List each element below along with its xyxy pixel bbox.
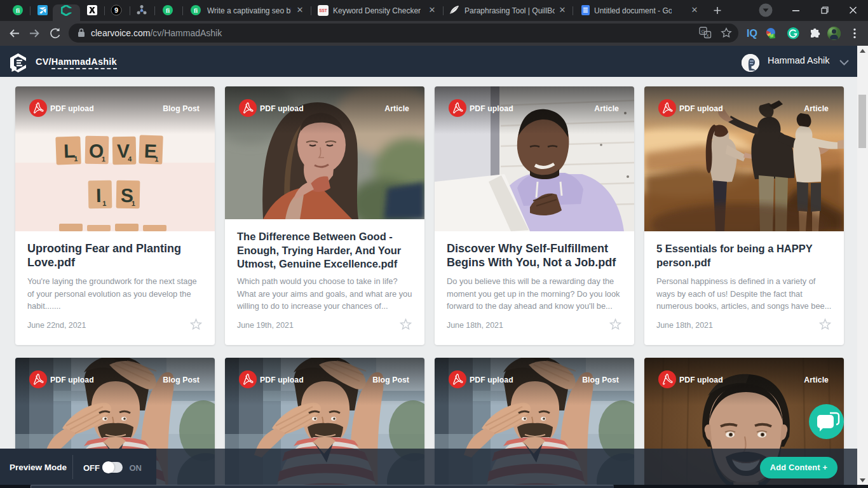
svg-text:x: x (707, 32, 709, 38)
svg-text:fi: fi (166, 7, 170, 14)
svg-text:1: 1 (154, 155, 159, 163)
svg-text:IQ: IQ (747, 28, 757, 39)
svg-text:4: 4 (128, 155, 132, 163)
svg-text:fi: fi (16, 7, 20, 14)
svg-text:1: 1 (74, 154, 78, 162)
svg-text:9: 9 (114, 6, 118, 14)
svg-text:I: I (96, 185, 102, 206)
svg-text:SST: SST (319, 8, 327, 13)
svg-text:1: 1 (102, 200, 106, 207)
svg-text:1: 1 (132, 200, 135, 207)
svg-text:1: 1 (102, 155, 105, 163)
svg-text:fi: fi (194, 7, 198, 14)
